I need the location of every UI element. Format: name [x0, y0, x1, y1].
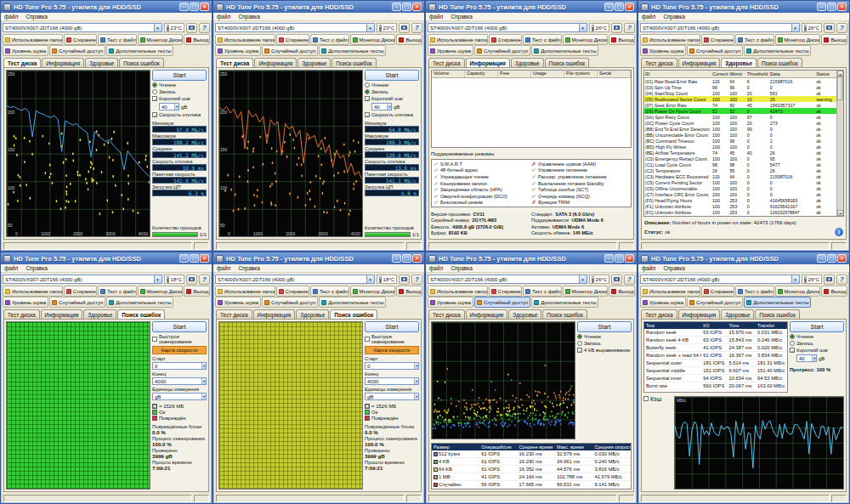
toolbar-folder-usage[interactable]: Использование папок — [640, 34, 700, 45]
test-row[interactable]: Sequential outer 181 IOPS 5.514 ms 181.3… — [644, 360, 787, 367]
menu-item[interactable]: Справка — [26, 14, 48, 20]
column-header[interactable]: Free — [498, 71, 531, 77]
minimize-button[interactable] — [179, 254, 189, 263]
toolbar-erase[interactable]: Стирание — [489, 34, 522, 45]
drive-selector[interactable]: ST4000VX007-2DT166 (4000 gB) — [3, 275, 162, 284]
column-header[interactable]: Volume — [432, 71, 465, 77]
start-button[interactable]: Start — [152, 70, 207, 81]
maximize-button[interactable] — [402, 3, 411, 11]
toolbar-folder-usage[interactable]: Использование папок — [428, 34, 488, 45]
maximize-button[interactable] — [190, 254, 199, 263]
toolbar-extra-tests[interactable]: Дополнительные тесты — [319, 297, 386, 308]
minimize-button[interactable] — [392, 254, 401, 263]
drive-selector[interactable]: ST4000VX007-2DT166 (4000 gB) — [640, 275, 800, 284]
toolbar-disk-monitor[interactable]: Монитор Диска — [138, 286, 184, 297]
toolbar-random-access[interactable]: Случайный доступ — [474, 45, 530, 56]
smart-row[interactable]: (F1) Unknown Attribute 100 253 0 6162954… — [644, 203, 836, 209]
menu-item[interactable]: файл — [642, 265, 655, 271]
toolbar-random-access[interactable]: Случайный доступ — [49, 297, 105, 308]
toolbar-folder-usage[interactable]: Использование папок — [215, 34, 275, 45]
column-header[interactable]: ID — [644, 71, 711, 76]
test-row[interactable]: Sequential middle 151 IOPS 6.607 ms 151.… — [644, 367, 787, 375]
minimize-button[interactable] — [817, 254, 826, 263]
scan-end-input[interactable]: 4000 — [365, 377, 419, 385]
smart-row[interactable]: (05) Reallocated Sector Count 100 100 10… — [644, 96, 836, 102]
toolbar-noise-level[interactable]: Уровень шума — [215, 45, 261, 56]
toolbar-folder-usage[interactable]: Использование папок — [640, 286, 700, 297]
tab-health[interactable]: Здоровье — [511, 58, 544, 67]
quick-scan-checkbox[interactable]: Быстрое сканирование — [152, 334, 207, 344]
minimize-button[interactable] — [392, 3, 401, 11]
toolbar-random-access[interactable]: Случайный доступ — [687, 297, 743, 308]
tab-info[interactable]: Информация — [678, 309, 721, 319]
minimize-button[interactable] — [179, 3, 189, 11]
screenshot-button[interactable] — [824, 275, 835, 285]
scroll-up-icon[interactable] — [837, 71, 843, 76]
menu-item[interactable]: файл — [217, 265, 230, 271]
tab-benchmark[interactable]: Тест диска — [216, 309, 252, 319]
test-row[interactable]: Burst rate 560 IOPS 20.067 ms 163.00 МБ/… — [644, 382, 787, 390]
test-row[interactable]: Random seek 63 IOPS 15.970 ms 0.031 МБ/с — [644, 329, 787, 337]
cache-checkbox[interactable]: Кэш — [643, 396, 672, 490]
stride-select[interactable]: 40gB — [371, 103, 419, 110]
tab-info[interactable]: Информация — [254, 58, 297, 67]
smart-row[interactable]: (B8) End To End Error Detection 100 100 … — [644, 126, 836, 132]
smart-row[interactable]: (C7) Interface CRC Error Count 200 200 0… — [644, 191, 836, 197]
tab-health[interactable]: Здоровье — [83, 309, 116, 319]
close-button[interactable] — [837, 254, 847, 263]
tab-info[interactable]: Информация — [253, 309, 296, 319]
toolbar-extra-tests[interactable]: Дополнительные тесты — [319, 45, 386, 56]
toolbar-extra-tests[interactable]: Дополнительные тесты — [531, 297, 598, 308]
info-icon[interactable] — [835, 228, 843, 236]
menu-item[interactable]: файл — [429, 14, 443, 20]
column-header[interactable]: Status — [815, 71, 836, 76]
read-radio[interactable]: Чтение — [790, 334, 844, 339]
tab-health[interactable]: Здоровье — [508, 309, 541, 319]
smart-row[interactable]: (BD) High Fly Writes 100 100 0 0 ok — [644, 144, 836, 150]
tab-info[interactable]: Информация — [42, 58, 84, 67]
help-button[interactable] — [199, 275, 210, 285]
smart-row[interactable]: (C1) Load Cycle Count 98 98 0 5477 ok — [644, 161, 836, 167]
toolbar-noise-level[interactable]: Уровень шума — [3, 297, 48, 308]
start-button[interactable]: Start — [365, 70, 419, 81]
close-button[interactable] — [625, 3, 634, 11]
toolbar-file-benchmark[interactable]: Тест с файл — [735, 34, 774, 45]
screenshot-button[interactable] — [611, 275, 622, 285]
toolbar-noise-level[interactable]: Уровень шума — [428, 297, 473, 308]
screenshot-button[interactable] — [399, 275, 410, 285]
smart-row[interactable]: (0A) Spin Retry Count 100 100 97 0 ok — [644, 114, 836, 120]
tab-benchmark[interactable]: Тест диска — [3, 309, 40, 319]
test-row[interactable]: Butterfly seek 41 IOPS 24.387 ms 0.020 М… — [644, 344, 787, 352]
toolbar-extra-tests[interactable]: Дополнительные тесты — [531, 45, 598, 56]
menu-item[interactable]: Справка — [238, 14, 260, 20]
smart-row[interactable]: (BC) Command Timeout 100 99 0 1 ok — [644, 138, 836, 144]
read-radio[interactable]: Чтение — [577, 334, 632, 339]
tab-health[interactable]: Здоровье — [85, 58, 118, 67]
tab-error-scan[interactable]: Поиск ошибок — [755, 309, 799, 319]
smart-row[interactable]: (BE) Airflow Temperature 74 45 40 26 ok — [644, 150, 836, 156]
maximize-button[interactable] — [190, 3, 199, 11]
maximize-button[interactable] — [827, 254, 836, 263]
tab-error-scan[interactable]: Поиск ошибок — [119, 58, 163, 67]
toolbar-random-access[interactable]: Случайный доступ — [49, 45, 105, 56]
menu-item[interactable]: файл — [4, 265, 18, 271]
close-button[interactable] — [625, 254, 634, 263]
tab-benchmark[interactable]: Тест диска — [641, 309, 677, 319]
test-row[interactable]: Random seek 4 KB 63 IOPS 15.843 ms 0.246… — [644, 337, 787, 344]
help-button[interactable] — [836, 23, 847, 33]
toolbar-erase[interactable]: Стирание — [64, 34, 97, 45]
minimize-button[interactable] — [604, 3, 614, 11]
column-header[interactable]: File system — [564, 71, 598, 77]
titlebar[interactable]: HD Tune Pro 5.75 - утилита для HDD/SSD — [1, 1, 212, 13]
titlebar[interactable]: HD Tune Pro 5.75 - утилита для HDD/SSD — [638, 252, 849, 264]
drive-selector[interactable]: ST4000VX007-2DT166 (4000 gB) — [3, 23, 162, 32]
smart-row[interactable]: (C5) Current Pending Sector 100 100 0 0 … — [644, 179, 836, 185]
stride-select[interactable]: 40gB — [796, 354, 844, 362]
test-row[interactable]: Sequential inner 94 IOPS 10.634 ms 94.53… — [644, 375, 787, 382]
smart-row[interactable]: (0C) Power Cycle Count 100 100 20 273 ok — [644, 120, 836, 126]
toolbar-folder-usage[interactable]: Использование папок — [3, 34, 63, 45]
toolbar-file-benchmark[interactable]: Тест с файл — [98, 286, 137, 297]
smart-row[interactable]: (07) Seek Error Rate 74 60 45 1560357317… — [644, 102, 836, 108]
smart-row[interactable]: (F2) Unknown Attribute 100 253 0 1160325… — [644, 209, 836, 215]
toolbar-noise-level[interactable]: Уровень шума — [428, 45, 473, 56]
